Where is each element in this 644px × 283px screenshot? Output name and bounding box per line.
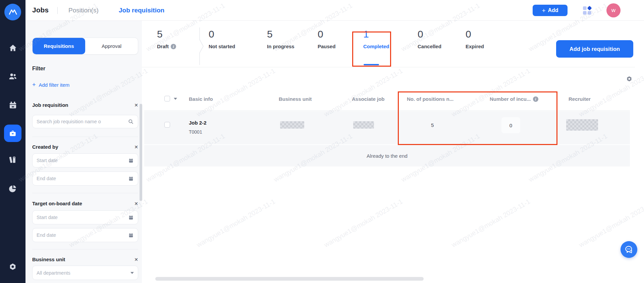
- calendar-icon: [128, 176, 134, 182]
- briefcase-icon: [8, 129, 17, 138]
- chevron-down-icon[interactable]: [174, 98, 177, 100]
- chat-support-button[interactable]: [621, 241, 637, 258]
- status-tab-paused[interactable]: 0 Paused: [318, 28, 335, 49]
- home-icon[interactable]: [0, 44, 25, 53]
- divider: [32, 137, 138, 137]
- tab-positions[interactable]: Position(s): [68, 7, 99, 14]
- chevron-down-icon: [130, 272, 134, 274]
- plus-icon: +: [32, 81, 36, 88]
- select-all-checkbox[interactable]: [164, 96, 170, 101]
- business-unit-select[interactable]: All departments: [32, 266, 138, 280]
- library-icon[interactable]: [0, 155, 25, 164]
- table-row[interactable]: [144, 111, 630, 144]
- status-tab-expired[interactable]: 0 Expired: [466, 28, 484, 49]
- created-start-date-field: [32, 153, 138, 167]
- panel-scrollbar[interactable]: [140, 104, 142, 201]
- tab-requisitions[interactable]: Requisitions: [33, 38, 85, 54]
- apps-grid-icon[interactable]: [582, 5, 592, 16]
- calendar-icon: [128, 158, 134, 163]
- target-end-date-field: [32, 228, 138, 242]
- info-icon[interactable]: i: [171, 44, 176, 49]
- filter-panel: Requisitions Approval Filter + Add filte…: [25, 21, 142, 283]
- add-button[interactable]: + Add: [533, 5, 568, 16]
- close-icon[interactable]: ✕: [134, 144, 138, 150]
- app-logo[interactable]: [4, 4, 21, 20]
- avatar[interactable]: w: [606, 3, 621, 17]
- table-header-border: [144, 111, 630, 111]
- table-settings-icon[interactable]: [626, 75, 633, 84]
- list-end-message: Already to the end: [144, 145, 630, 166]
- target-start-date-field: [32, 210, 138, 224]
- tab-job-requisition[interactable]: Job requisition: [119, 7, 164, 14]
- select-value: All departments: [37, 270, 130, 276]
- status-tab-not-started[interactable]: 0 Not started: [209, 28, 235, 49]
- column-header-incumbents: Number of incu...i: [490, 96, 538, 102]
- add-job-requisition-button[interactable]: Add job requisition: [556, 40, 633, 58]
- created-end-date-field: [32, 171, 138, 186]
- requisitions-approval-toggle: Requisitions Approval: [32, 38, 138, 55]
- job-code: T0001: [189, 129, 202, 135]
- divider: [32, 249, 138, 250]
- top-header-bar: Jobs Position(s) Job requisition + Add w: [25, 0, 644, 21]
- mountain-logo-icon: [7, 6, 18, 18]
- associate-job-redacted: [353, 121, 374, 129]
- positions-value: 5: [431, 122, 434, 128]
- status-tab-draft[interactable]: 5 Drafti: [157, 28, 176, 49]
- incumbents-cell[interactable]: 0: [501, 117, 520, 133]
- job-name[interactable]: Job 2-2: [189, 120, 207, 126]
- divider: [32, 193, 138, 193]
- chat-bubble-icon: [624, 244, 634, 255]
- filter-title: Filter: [32, 66, 45, 72]
- avatar-initial: w: [611, 7, 615, 14]
- end-date-input[interactable]: [37, 232, 128, 238]
- status-tab-cancelled[interactable]: 0 Cancelled: [418, 28, 441, 49]
- calendar-icon[interactable]: [0, 100, 25, 110]
- search-input[interactable]: [37, 119, 128, 124]
- reports-pie-icon[interactable]: [0, 184, 25, 193]
- section-target-onboard-date: Target on-board date ✕: [32, 201, 138, 206]
- settings-nut-icon[interactable]: [0, 262, 25, 272]
- business-unit-redacted: [280, 121, 304, 129]
- start-date-input[interactable]: [37, 158, 128, 163]
- calendar-icon: [128, 215, 134, 220]
- column-header-associate-job: Associate job: [352, 96, 385, 102]
- recruiter-redacted: [566, 119, 598, 131]
- section-job-requisition: Job requisition ✕: [32, 102, 138, 108]
- page-title: Jobs: [32, 6, 49, 14]
- header-divider: [57, 7, 58, 14]
- close-icon[interactable]: ✕: [134, 102, 138, 108]
- step-separator: [199, 27, 204, 65]
- plus-icon: +: [542, 7, 545, 14]
- end-date-input[interactable]: [37, 176, 128, 181]
- section-created-by: Created by ✕: [32, 144, 138, 150]
- close-icon[interactable]: ✕: [134, 201, 138, 206]
- status-tab-completed[interactable]: 1 Completed: [363, 28, 389, 49]
- add-button-label: Add: [548, 7, 558, 13]
- status-tab-in-progress[interactable]: 5 In progress: [267, 28, 294, 49]
- sidebar-item-jobs-active[interactable]: [4, 125, 21, 142]
- column-header-basic-info: Basic info: [189, 96, 213, 102]
- column-header-business-unit: Business unit: [279, 96, 312, 102]
- row-checkbox[interactable]: [164, 122, 170, 128]
- calendar-icon: [128, 232, 134, 238]
- divider: [142, 67, 635, 67]
- team-icon[interactable]: [0, 72, 25, 81]
- section-business-unit: Business unit ✕: [32, 257, 138, 262]
- search-requisition-field: [32, 115, 138, 128]
- info-icon[interactable]: i: [533, 96, 538, 102]
- app-sidebar: [0, 0, 25, 283]
- search-icon: [128, 119, 134, 125]
- tab-approval[interactable]: Approval: [85, 38, 138, 54]
- add-filter-item-button[interactable]: + Add filter item: [32, 81, 69, 88]
- active-tab-underline: [364, 64, 379, 65]
- horizontal-scrollbar[interactable]: [155, 277, 424, 281]
- column-header-recruiter: Recruiter: [569, 96, 591, 102]
- incumbents-value: 0: [509, 123, 512, 128]
- start-date-input[interactable]: [37, 215, 128, 220]
- main-content: 5 Drafti 0 Not started 5 In progress 0 P…: [142, 21, 644, 283]
- close-icon[interactable]: ✕: [134, 257, 138, 262]
- column-header-positions: No. of positions n...: [407, 96, 453, 102]
